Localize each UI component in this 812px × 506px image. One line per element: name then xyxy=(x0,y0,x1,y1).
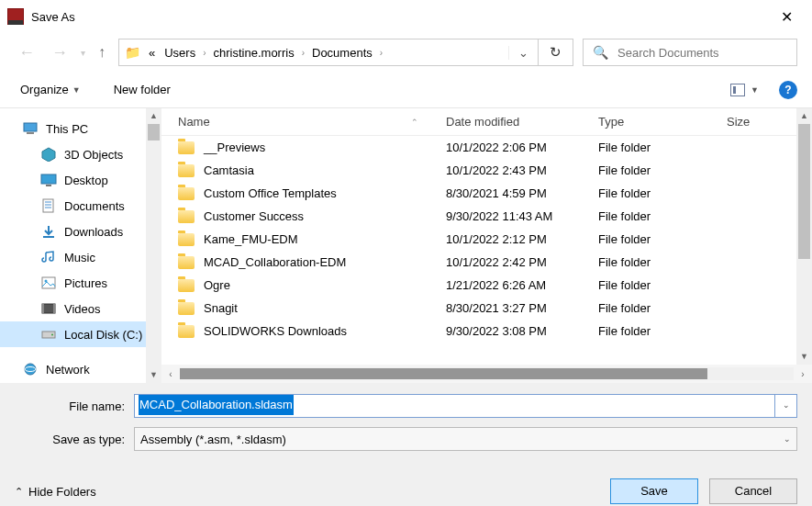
scroll-up-button[interactable]: ▲ xyxy=(146,108,161,124)
organize-label: Organize xyxy=(20,83,69,96)
column-header-type[interactable]: Type xyxy=(598,115,727,129)
sidebar-item-pictures[interactable]: Pictures xyxy=(0,270,161,296)
sidebar-item-downloads[interactable]: Downloads xyxy=(0,219,161,244)
up-button[interactable]: ↑ xyxy=(95,42,109,62)
scroll-thumb[interactable] xyxy=(798,124,810,259)
breadcrumb-seg[interactable]: Users xyxy=(162,44,197,62)
folder-icon xyxy=(178,233,195,246)
scroll-up-button[interactable]: ▲ xyxy=(796,108,812,124)
svg-point-17 xyxy=(25,364,36,375)
music-icon xyxy=(40,250,57,264)
filename-dropdown[interactable]: ⌄ xyxy=(775,394,797,418)
documents-icon xyxy=(40,198,57,213)
file-row[interactable]: Snagit8/30/2021 3:27 PMFile folder xyxy=(161,297,812,320)
hide-folders-button[interactable]: ⌃ Hide Folders xyxy=(15,485,96,499)
file-type: File folder xyxy=(598,141,727,154)
address-dropdown[interactable]: ⌄ xyxy=(508,46,538,60)
file-row[interactable]: Kame_FMU-EDM10/1/2022 2:12 PMFile folder xyxy=(161,228,812,251)
sidebar-item-label: Downloads xyxy=(64,225,123,239)
breadcrumb-seg[interactable]: Documents xyxy=(310,44,374,62)
savetype-select[interactable]: Assembly (*.asm, *.sldasm) ⌄ xyxy=(134,427,797,451)
file-row[interactable]: Camtasia10/1/2022 2:43 PMFile folder xyxy=(161,159,812,182)
breadcrumb-seg[interactable]: christine.morris xyxy=(212,44,296,62)
filename-value: MCAD_Collaboration.sldasm xyxy=(139,395,294,415)
sidebar-item-videos[interactable]: Videos xyxy=(0,296,161,321)
file-type: File folder xyxy=(598,255,727,269)
file-date: 8/30/2021 4:59 PM xyxy=(446,186,598,200)
sidebar-item-label: Desktop xyxy=(64,174,108,187)
file-date: 1/21/2022 6:26 AM xyxy=(446,278,598,292)
chevron-up-icon: ⌃ xyxy=(15,486,23,498)
file-scrollbar-vertical[interactable]: ▲ ▼ xyxy=(796,108,812,365)
column-header-date[interactable]: Date modified xyxy=(446,115,598,129)
scroll-right-button[interactable]: › xyxy=(794,369,812,379)
chevron-right-icon: › xyxy=(380,48,383,58)
pc-icon xyxy=(22,121,39,136)
desktop-icon xyxy=(40,173,57,187)
file-type: File folder xyxy=(598,232,727,246)
scroll-left-button[interactable]: ‹ xyxy=(161,369,180,379)
breadcrumb-lead[interactable]: « xyxy=(147,44,157,62)
svg-rect-10 xyxy=(42,277,55,288)
back-button[interactable]: ← xyxy=(15,41,39,64)
savetype-value: Assembly (*.asm, *.sldasm) xyxy=(140,433,286,446)
search-input[interactable] xyxy=(617,46,796,60)
refresh-button[interactable]: ↻ xyxy=(538,39,573,65)
scroll-thumb[interactable] xyxy=(180,368,707,379)
help-button[interactable]: ? xyxy=(779,81,797,99)
file-date: 9/30/2022 3:08 PM xyxy=(446,324,598,338)
file-name: Camtasia xyxy=(204,163,254,177)
recent-locations-button[interactable]: ▾ xyxy=(81,48,85,58)
file-date: 10/1/2022 2:06 PM xyxy=(446,141,598,154)
view-options-button[interactable]: ▼ xyxy=(725,80,764,100)
new-folder-button[interactable]: New folder xyxy=(108,79,176,100)
file-name: Customer Success xyxy=(204,209,304,223)
cancel-button[interactable]: Cancel xyxy=(709,478,797,504)
breadcrumb: « Users › christine.morris › Documents › xyxy=(145,44,508,62)
sidebar-item-pc[interactable]: This PC xyxy=(0,116,161,141)
sidebar-item-3d[interactable]: 3D Objects xyxy=(0,141,161,167)
scroll-down-button[interactable]: ▼ xyxy=(146,367,161,383)
file-row[interactable]: Customer Success9/30/2022 11:43 AMFile f… xyxy=(161,205,812,228)
app-icon xyxy=(7,8,24,25)
file-row[interactable]: Custom Office Templates8/30/2021 4:59 PM… xyxy=(161,182,812,205)
file-date: 10/1/2022 2:42 PM xyxy=(446,255,598,269)
close-button[interactable]: ✕ xyxy=(768,8,805,26)
file-name: Ogre xyxy=(204,278,230,292)
nav-bar: ← → ▾ ↑ 📁 « Users › christine.morris › D… xyxy=(0,33,812,72)
sidebar-item-music[interactable]: Music xyxy=(0,244,161,270)
sidebar-item-label: Local Disk (C:) xyxy=(64,328,142,342)
view-icon xyxy=(730,84,745,96)
file-type: File folder xyxy=(598,301,727,315)
sidebar-item-disk[interactable]: Local Disk (C:) xyxy=(0,321,161,347)
downloads-icon xyxy=(40,224,57,239)
scroll-down-button[interactable]: ▼ xyxy=(796,349,812,365)
address-bar[interactable]: 📁 « Users › christine.morris › Documents… xyxy=(118,39,573,66)
sidebar-scrollbar[interactable]: ▲ ▼ xyxy=(146,108,161,383)
file-row[interactable]: __Previews10/1/2022 2:06 PMFile folder xyxy=(161,136,812,159)
file-date: 10/1/2022 2:12 PM xyxy=(446,232,598,246)
file-scrollbar-horizontal[interactable]: ‹ › xyxy=(161,365,812,383)
organize-button[interactable]: Organize ▼ xyxy=(15,79,86,100)
search-box[interactable]: 🔍 xyxy=(583,39,797,66)
scroll-thumb[interactable] xyxy=(148,124,160,141)
sidebar-item-desktop[interactable]: Desktop xyxy=(0,167,161,193)
sidebar-item-network[interactable]: Network xyxy=(0,356,161,382)
save-button[interactable]: Save xyxy=(610,478,698,504)
column-header-name[interactable]: Name ⌃ xyxy=(161,115,446,129)
svg-rect-3 xyxy=(41,174,56,184)
svg-marker-2 xyxy=(42,148,55,162)
sidebar-item-documents[interactable]: Documents xyxy=(0,193,161,219)
column-headers: Name ⌃ Date modified Type Size xyxy=(161,108,812,136)
hide-folders-label: Hide Folders xyxy=(28,485,96,499)
file-row[interactable]: SOLIDWORKS Downloads9/30/2022 3:08 PMFil… xyxy=(161,320,812,343)
file-row[interactable]: MCAD_Collaboration-EDM10/1/2022 2:42 PMF… xyxy=(161,251,812,274)
file-row[interactable]: Ogre1/21/2022 6:26 AMFile folder xyxy=(161,274,812,297)
toolbar: Organize ▼ New folder ▼ ? xyxy=(0,72,812,108)
folder-icon xyxy=(178,256,195,269)
sort-indicator-icon: ⌃ xyxy=(411,118,418,127)
filename-input[interactable]: MCAD_Collaboration.sldasm xyxy=(134,394,775,418)
forward-button[interactable]: → xyxy=(48,41,72,64)
search-icon: 🔍 xyxy=(593,45,608,60)
titlebar: Save As ✕ xyxy=(0,0,812,33)
